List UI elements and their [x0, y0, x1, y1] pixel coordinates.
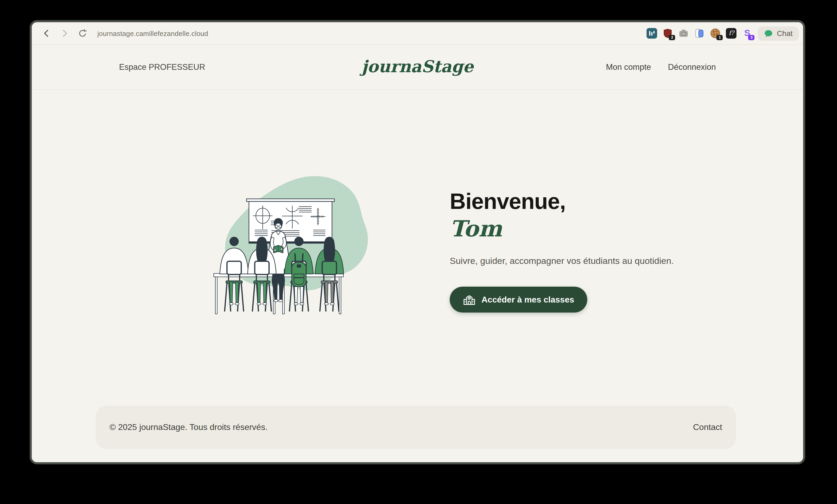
- greeting-line: Bienvenue,: [450, 188, 704, 215]
- main-content: Bienvenue, Tom Suivre, guider, accompagn…: [32, 90, 803, 462]
- fontface-extension-icon[interactable]: f?: [726, 28, 737, 39]
- forward-button[interactable]: [58, 27, 71, 40]
- stylus-extension-icon[interactable]: S 3: [742, 28, 753, 39]
- reload-icon: [78, 29, 87, 38]
- stylus-badge: 3: [748, 35, 755, 40]
- nav-deconnexion[interactable]: Déconnexion: [668, 62, 716, 72]
- back-icon: [42, 29, 51, 38]
- camera-extension-icon[interactable]: [679, 28, 689, 39]
- page-footer: © 2025 journaStage. Tous droits réservés…: [96, 406, 736, 449]
- screenshot-stage: journastage.camillefezandelle.cloud: [0, 0, 837, 504]
- chat-label: Chat: [777, 29, 793, 38]
- back-button[interactable]: [40, 27, 53, 40]
- brand-logo[interactable]: journaStage: [361, 57, 473, 76]
- contact-link[interactable]: Contact: [693, 422, 722, 432]
- cookie-badge: 1: [717, 35, 723, 40]
- classroom-illustration: [212, 168, 392, 316]
- top-navigation: Mon compte Déconnexion: [606, 62, 716, 72]
- browser-toolbar: journastage.camillefezandelle.cloud: [32, 22, 803, 45]
- site-header: Espace PROFESSEUR Mon compte Déconnexion…: [32, 45, 803, 90]
- shield-badge: 2: [669, 35, 675, 40]
- toolbar-extensions: 2: [647, 26, 799, 40]
- browser-window: journastage.camillefezandelle.cloud: [30, 20, 805, 464]
- espace-professeur-label: Espace PROFESSEUR: [119, 62, 205, 72]
- wallet-extension-icon[interactable]: [647, 28, 657, 39]
- reload-button[interactable]: [76, 27, 89, 40]
- hero-subtitle: Suivre, guider, accompagner vos étudiant…: [450, 256, 704, 267]
- nav-mon-compte[interactable]: Mon compte: [606, 62, 651, 72]
- chat-button[interactable]: Chat: [758, 26, 799, 40]
- hero-illustration-container: [212, 168, 392, 316]
- access-classes-button[interactable]: Accéder à mes classes: [450, 287, 588, 312]
- device-extension-icon[interactable]: [694, 28, 705, 39]
- forward-icon: [60, 29, 69, 38]
- whiteboard: [247, 199, 334, 243]
- school-icon: [463, 294, 476, 305]
- chat-bubble-icon: [764, 29, 773, 38]
- cta-label: Accéder à mes classes: [481, 295, 574, 304]
- hero-text-block: Bienvenue, Tom Suivre, guider, accompagn…: [450, 188, 704, 312]
- address-url[interactable]: journastage.camillefezandelle.cloud: [97, 29, 208, 37]
- copyright-text: © 2025 journaStage. Tous droits réservés…: [109, 422, 268, 432]
- cookie-extension-icon[interactable]: 1: [710, 28, 721, 39]
- greeting-name: Tom: [450, 216, 704, 242]
- shield-extension-icon[interactable]: 2: [663, 28, 673, 39]
